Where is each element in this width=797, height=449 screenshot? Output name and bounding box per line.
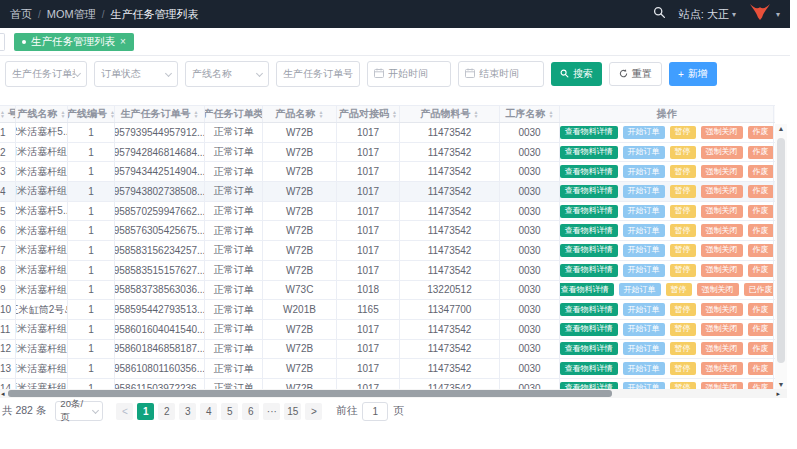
view-material-button[interactable]: 查看物料详情 xyxy=(560,382,618,389)
pause-button[interactable]: 暂停 xyxy=(670,264,696,277)
void-button[interactable]: 作废 xyxy=(748,165,774,178)
force-close-button[interactable]: 强制关闭 xyxy=(701,205,743,218)
column-header-line-no[interactable]: 产线编号 ▲▼ xyxy=(68,106,115,122)
table-row[interactable]: 12 两米活塞杆组... 1 958601846858187... 正常订单 W… xyxy=(0,340,775,360)
pager-ellipsis[interactable]: ··· xyxy=(263,403,280,420)
table-row[interactable]: 8 两米活塞杆组... 1 958583515157627... 正常订单 W7… xyxy=(0,261,775,281)
start-order-button[interactable]: 开始订单 xyxy=(619,283,661,296)
table-row[interactable]: 11 两米活塞杆组... 1 958601604041540... 正常订单 W… xyxy=(0,320,775,340)
vertical-scrollbar[interactable]: ▲ ▼ xyxy=(775,124,787,389)
goto-page-input[interactable] xyxy=(362,402,388,421)
column-header-product[interactable]: 产品名称 ▲▼ xyxy=(263,106,337,122)
force-close-button[interactable]: 强制关闭 xyxy=(701,382,743,389)
view-material-button[interactable]: 查看物料详情 xyxy=(560,185,618,198)
tab-partial[interactable] xyxy=(0,33,5,51)
void-button[interactable]: 作废 xyxy=(748,342,774,355)
force-close-button[interactable]: 强制关闭 xyxy=(701,362,743,375)
force-close-button[interactable]: 强制关闭 xyxy=(701,264,743,277)
start-order-button[interactable]: 开始订单 xyxy=(623,126,665,139)
void-button[interactable]: 作废 xyxy=(748,205,774,218)
table-row[interactable]: 14 两米活塞杆组... 1 958611503972236... 正常订单 W… xyxy=(0,379,775,389)
page-button-6[interactable]: 6 xyxy=(242,403,259,420)
force-close-button[interactable]: 强制关闭 xyxy=(701,244,743,257)
scroll-down-icon[interactable]: ▼ xyxy=(775,381,787,388)
horizontal-scrollbar[interactable]: ◂ ▸ xyxy=(0,389,787,398)
table-row[interactable]: 3 两米活塞杆组... 1 957943442514904... 正常订单 W7… xyxy=(0,162,775,182)
start-order-button[interactable]: 开始订单 xyxy=(623,264,665,277)
force-close-button[interactable]: 强制关闭 xyxy=(701,342,743,355)
force-close-button[interactable]: 强制关闭 xyxy=(701,185,743,198)
void-button[interactable]: 作废 xyxy=(748,303,774,316)
start-order-button[interactable]: 开始订单 xyxy=(623,224,665,237)
void-button[interactable]: 作废 xyxy=(748,244,774,257)
page-size-select[interactable]: 20条/页 xyxy=(55,401,103,421)
order-status-select[interactable]: 订单状态 xyxy=(94,61,178,87)
void-button[interactable]: 作废 xyxy=(748,126,774,139)
page-button-15[interactable]: 15 xyxy=(284,403,301,420)
void-button[interactable]: 作废 xyxy=(748,185,774,198)
force-close-button[interactable]: 强制关闭 xyxy=(701,224,743,237)
pause-button[interactable]: 暂停 xyxy=(670,342,696,355)
void-button[interactable]: 已作废 xyxy=(744,283,775,296)
sort-icon[interactable]: ▲▼ xyxy=(194,110,199,118)
view-material-button[interactable]: 查看物料详情 xyxy=(560,146,618,159)
end-time-picker[interactable]: 结束时间 xyxy=(458,61,544,87)
close-icon[interactable]: × xyxy=(120,37,126,47)
sort-icon[interactable]: ▲▼ xyxy=(392,110,397,118)
table-row[interactable]: 9 两米活塞杆组... 1 958583738563036... 正常订单 W7… xyxy=(0,281,775,301)
order-no-input[interactable]: 生产任务订单号 xyxy=(276,61,360,87)
next-page-button[interactable]: > xyxy=(305,403,322,420)
force-close-button[interactable]: 强制关闭 xyxy=(701,146,743,159)
line-name-select[interactable]: 产线名称 xyxy=(185,61,269,87)
scroll-left-icon[interactable]: ◂ xyxy=(1,389,5,398)
pause-button[interactable]: 暂停 xyxy=(670,323,696,336)
table-row[interactable]: 5 2米活塞杆5... 1 958570259947662... 正常订单 W7… xyxy=(0,202,775,222)
user-menu[interactable]: ▾ xyxy=(749,3,780,25)
pause-button[interactable]: 暂停 xyxy=(670,224,696,237)
column-header-dock-code[interactable]: 产品对接码 ▲▼ xyxy=(337,106,400,122)
sort-icon[interactable]: ▲▼ xyxy=(549,110,554,118)
start-order-button[interactable]: 开始订单 xyxy=(623,185,665,198)
page-button-4[interactable]: 4 xyxy=(200,403,217,420)
pause-button[interactable]: 暂停 xyxy=(670,185,696,198)
pause-button[interactable]: 暂停 xyxy=(670,205,696,218)
page-button-1[interactable]: 1 xyxy=(137,403,154,420)
void-button[interactable]: 作废 xyxy=(748,362,774,375)
force-close-button[interactable]: 强制关闭 xyxy=(701,126,743,139)
table-row[interactable]: 4 两米活塞杆组... 1 957943802738508... 正常订单 W7… xyxy=(0,182,775,202)
start-order-button[interactable]: 开始订单 xyxy=(623,382,665,389)
pause-button[interactable]: 暂停 xyxy=(670,362,696,375)
reset-button[interactable]: 重置 xyxy=(609,62,662,86)
view-material-button[interactable]: 查看物料详情 xyxy=(560,303,618,316)
site-selector[interactable]: 站点: 大正 ▾ xyxy=(679,7,736,22)
start-order-button[interactable]: 开始订单 xyxy=(623,323,665,336)
force-close-button[interactable]: 强制关闭 xyxy=(701,303,743,316)
column-header-line-name[interactable]: 产线名称 ▲▼ xyxy=(16,106,68,122)
order-type-select[interactable]: 生产任务订单类型 xyxy=(5,61,87,87)
vertical-scroll-thumb[interactable] xyxy=(777,138,785,363)
column-header-process[interactable]: 工序名称 ▲▼ xyxy=(500,106,560,122)
pause-button[interactable]: 暂停 xyxy=(670,382,696,389)
view-material-button[interactable]: 查看物料详情 xyxy=(560,244,618,257)
scroll-right-icon[interactable]: ▸ xyxy=(776,389,780,398)
table-row[interactable]: 7 两米活塞杆组... 1 958583156234257... 正常订单 W7… xyxy=(0,241,775,261)
view-material-button[interactable]: 查看物料详情 xyxy=(560,205,618,218)
view-material-button[interactable]: 查看物料详情 xyxy=(560,342,618,355)
table-row[interactable]: 2 两米活塞杆组... 1 957942846814684... 正常订单 W7… xyxy=(0,143,775,163)
pause-button[interactable]: 暂停 xyxy=(670,165,696,178)
void-button[interactable]: 作废 xyxy=(748,224,774,237)
search-icon[interactable] xyxy=(653,5,666,23)
start-order-button[interactable]: 开始订单 xyxy=(623,244,665,257)
prev-page-button[interactable]: < xyxy=(116,403,133,420)
page-button-2[interactable]: 2 xyxy=(158,403,175,420)
start-order-button[interactable]: 开始订单 xyxy=(623,362,665,375)
force-close-button[interactable]: 强制关闭 xyxy=(701,323,743,336)
view-material-button[interactable]: 查看物料详情 xyxy=(560,264,618,277)
table-row[interactable]: 13 两米活塞杆组... 1 958610801160356... 正常订单 W… xyxy=(0,359,775,379)
column-header-id[interactable]: 号 ▲▼ xyxy=(0,106,16,122)
add-button[interactable]: + 新增 xyxy=(669,62,717,86)
search-button[interactable]: 搜索 xyxy=(551,62,602,86)
start-order-button[interactable]: 开始订单 xyxy=(623,165,665,178)
start-order-button[interactable]: 开始订单 xyxy=(623,146,665,159)
sort-icon[interactable]: ▲▼ xyxy=(474,110,479,118)
